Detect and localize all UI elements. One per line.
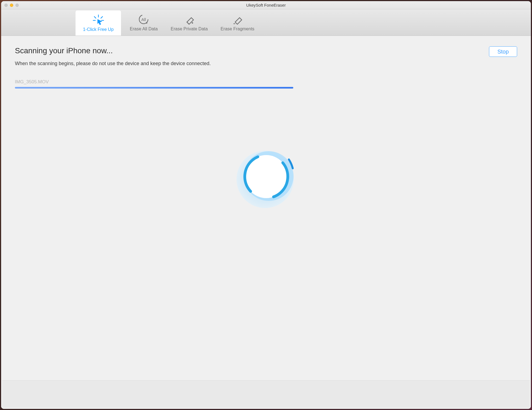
erase-all-icon: All [138, 14, 150, 25]
window-title: UkeySoft FoneEraser [1, 3, 341, 7]
page-title: Scanning your iPhone now... [15, 46, 211, 55]
close-window-icon[interactable] [4, 4, 8, 7]
eraser-fragments-icon [231, 14, 244, 25]
toolbar: 1-Click Free Up All Erase All Data Er [1, 9, 341, 36]
tab-label: Erase Private Data [171, 26, 208, 31]
spinner-icon [234, 146, 298, 210]
content-header: Scanning your iPhone now... When the sca… [15, 46, 341, 66]
cursor-click-icon [92, 14, 105, 25]
tab-1click-free-up[interactable]: 1-Click Free Up [76, 10, 121, 36]
svg-line-2 [101, 17, 103, 18]
tab-erase-fragments[interactable]: Erase Fragments [212, 9, 263, 36]
current-file-label: IMG_3505.MOV [15, 79, 341, 85]
svg-text:All: All [141, 17, 146, 22]
page-subtitle: When the scanning begins, please do not … [15, 61, 211, 66]
svg-line-8 [187, 22, 189, 24]
tab-erase-private-data[interactable]: Erase Private Data [166, 9, 212, 36]
svg-line-1 [94, 17, 96, 18]
zoom-window-icon[interactable] [15, 4, 19, 7]
progress-bar [15, 87, 293, 89]
svg-point-9 [192, 22, 193, 23]
window-controls [4, 4, 19, 7]
main-content: Scanning your iPhone now... When the sca… [1, 36, 341, 255]
tab-label: Erase Fragments [221, 26, 254, 31]
tab-erase-all-data[interactable]: All Erase All Data [121, 9, 166, 36]
minimize-window-icon[interactable] [10, 4, 13, 7]
eraser-icon [183, 14, 196, 25]
app-window: UkeySoft FoneEraser 1-Click Free Up [1, 1, 341, 255]
tab-label: Erase All Data [130, 26, 158, 31]
svg-point-7 [146, 22, 147, 23]
tab-label: 1-Click Free Up [83, 27, 114, 32]
titlebar: UkeySoft FoneEraser [1, 1, 341, 9]
